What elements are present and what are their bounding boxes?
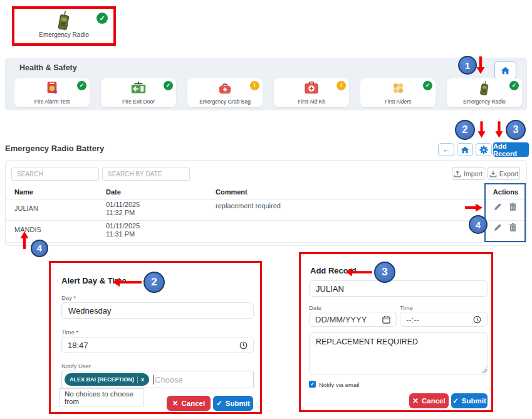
row-time: 11:32 PM [106,209,135,216]
calendar-icon [382,316,390,324]
annotation-arrow-down-3 [494,121,504,138]
annotation-circle-4-left: 4 [31,240,48,257]
notify-email-checkbox[interactable]: ✓ [309,381,316,388]
add-record-button[interactable]: Add Record [493,142,529,157]
check-icon: ✓ [216,399,222,408]
status-badge: ✓ [77,81,86,90]
annotation-arrow-up-4 [19,231,29,249]
first-aid-kit-icon [305,82,318,94]
card-emergency-grab-bag[interactable]: Emergency Grab Bag ! [187,78,263,107]
time-input[interactable]: --:-- [400,312,488,327]
card-emergency-radio[interactable]: Emergency Radio ✓ [447,78,522,107]
search-input[interactable] [11,167,99,181]
status-badge: ✓ [164,81,173,90]
fire-exit-icon [130,82,147,95]
search-by-date-input[interactable] [102,167,190,181]
row-date: 01/11/2025 [106,222,140,230]
cancel-button[interactable]: ✕ Cancel [167,396,211,411]
home-button-toolbar[interactable] [457,143,473,156]
card-label: Fire Alarm Test [14,98,90,105]
resize-handle[interactable] [481,368,487,373]
card-label: Emergency Grab Bag [187,98,263,105]
card-label: Emergency Radio [447,98,522,105]
card-first-aiders[interactable]: First Aiders ✓ [360,78,436,107]
chip-separator [137,376,138,383]
date-input[interactable]: DD/MM/YYYY [309,312,397,327]
settings-button[interactable] [476,143,492,156]
row-name: JULIAN [14,204,38,212]
card-first-aid-kit[interactable]: First Aid Kit ! [274,78,349,107]
section-title: Health & Safety [19,63,77,72]
submit-button[interactable]: ✓ Submit [451,393,488,408]
no-choices-dropdown[interactable]: No choices to choose from [59,388,143,406]
time-input[interactable]: 18:47 [61,337,254,353]
card-label: Fire Exit Door [101,98,176,105]
time-label: Time [400,304,413,311]
annotation-arrow-down-1 [476,56,486,74]
alert-day-time-modal: Alert Day & Time 2 Day * Time * 18:47 No… [49,261,262,414]
x-icon: ✕ [412,396,419,405]
row-time: 11:31 PM [106,230,135,238]
text-cursor [153,375,154,385]
page-title: Emergency Radio Battery [5,144,104,153]
checkbox-check-icon: ✓ [310,381,315,387]
import-button[interactable]: Import [452,167,484,180]
notify-email-label: Notify via email [319,381,359,388]
name-input[interactable] [309,280,488,297]
annotation-arrow-right-4 [465,203,482,213]
status-badge: ✓ [96,13,108,24]
card-label: First Aid Kit [274,98,349,105]
emergency-radio-highlight-annotation: Emergency Radio ✓ [12,6,116,46]
column-header-date: Date [106,188,121,196]
gear-icon [479,146,488,154]
card-label: First Aiders [360,98,436,105]
choose-placeholder: Choose [155,375,183,385]
required-mark: * [74,294,76,301]
day-label: Day * [61,294,76,301]
time-label: Time * [61,329,78,336]
column-header-comment: Comment [216,188,248,196]
status-badge: ! [250,81,259,90]
status-badge: ! [336,81,346,90]
check-icon: ✓ [452,396,459,405]
back-arrow-icon: ← [442,146,451,154]
annotation-circle-3: 3 [506,120,526,140]
home-button[interactable] [494,61,516,79]
add-record-modal: Add Record 3 Date Time DD/MM/YYYY --:-- … [299,252,493,412]
back-button[interactable]: ← [438,143,454,156]
column-header-name: Name [14,188,33,196]
card-fire-alarm-test[interactable]: Fire Alarm Test ✓ [14,78,90,107]
selected-user-chip: ALEX BAI (RECEPTION) x [65,373,149,386]
emergency-radio-card-large[interactable]: Emergency Radio ✓ [14,9,113,43]
grab-bag-icon [217,82,232,95]
submit-button[interactable]: ✓ Submit [213,396,253,411]
page-canvas: Emergency Radio ✓ Health & Safety Fire A… [0,0,532,419]
annotation-arrow-down-2 [477,121,486,138]
annotation-circle-1: 1 [458,56,477,75]
required-mark: * [76,329,78,336]
fire-alarm-icon [45,81,59,95]
annotation-circle-4-right: 4 [469,215,488,234]
annotation-circle-2-modal: 2 [143,272,165,293]
cancel-button[interactable]: ✕ Cancel [409,393,449,408]
clock-icon [473,316,481,324]
row-date: 01/11/2025 [106,201,140,208]
health-safety-section: Health & Safety Fire Alarm Test ✓ Fire E… [5,58,527,110]
records-panel: Import Export Name Date Comment Actions … [5,160,527,246]
table-divider [6,242,526,243]
upload-icon [454,170,461,178]
bandage-icon [391,81,405,95]
day-input[interactable] [61,302,254,319]
annotation-arrow-left-2 [113,278,142,287]
chip-remove-icon[interactable]: x [141,376,144,383]
row-comment: replacement required [216,202,281,210]
notify-user-select[interactable]: ALEX BAI (RECEPTION) x Choose [61,371,254,388]
x-icon: ✕ [172,399,179,408]
table-divider [6,220,526,221]
export-button[interactable]: Export [488,167,520,180]
status-badge: ✓ [423,81,432,90]
card-fire-exit-door[interactable]: Fire Exit Door ✓ [101,78,176,107]
highlight-card-label: Emergency Radio [39,31,88,38]
health-safety-cards: Fire Alarm Test ✓ Fire Exit Door ✓ Emerg… [14,78,522,107]
comment-textarea[interactable]: REPLACEMENT REQUIRED [309,332,488,374]
